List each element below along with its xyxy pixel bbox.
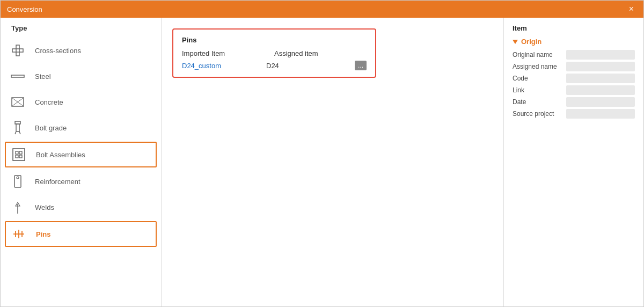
field-value-code xyxy=(566,74,635,83)
pins-table: Imported Item Assigned item D24_custom D… xyxy=(182,49,367,70)
field-label: Original name xyxy=(513,51,566,59)
svg-line-9 xyxy=(19,131,20,134)
right-panel: Item Origin Original name Assigned name … xyxy=(504,18,643,306)
svg-rect-11 xyxy=(16,151,18,154)
table-row: D24_custom D24 ... xyxy=(182,61,367,70)
field-label: Link xyxy=(513,86,566,94)
svg-rect-15 xyxy=(14,176,21,187)
col-assigned-header: Assigned item xyxy=(274,49,367,57)
origin-section: Origin Original name Assigned name Code … xyxy=(513,38,635,119)
svg-rect-0 xyxy=(12,49,23,52)
svg-rect-7 xyxy=(16,124,19,131)
sidebar-item-reinforcement[interactable]: Reinforcement xyxy=(1,169,161,194)
svg-rect-12 xyxy=(19,151,22,154)
sidebar-item-concrete[interactable]: Concrete xyxy=(1,89,161,115)
left-panel: Type Cross-sections Steel xyxy=(1,18,162,306)
sidebar-item-label: Cross-sections xyxy=(35,47,81,55)
svg-line-8 xyxy=(15,131,16,134)
field-link: Link xyxy=(513,85,635,95)
field-label: Source project xyxy=(513,110,566,118)
cross-sections-icon xyxy=(9,42,26,59)
field-date: Date xyxy=(513,97,635,107)
origin-label: Origin xyxy=(521,38,541,46)
sidebar-item-steel[interactable]: Steel xyxy=(1,63,161,89)
svg-rect-10 xyxy=(13,149,25,160)
sidebar-item-label: Reinforcement xyxy=(35,178,80,186)
pins-table-header: Imported Item Assigned item xyxy=(182,49,367,57)
field-assigned-name: Assigned name xyxy=(513,62,635,71)
field-value-assigned-name xyxy=(566,62,635,71)
field-label: Date xyxy=(513,98,566,106)
assigned-value: D24 xyxy=(266,62,350,70)
field-value-original-name xyxy=(566,50,635,60)
field-label: Code xyxy=(513,75,566,82)
field-label: Assigned name xyxy=(513,63,566,70)
reinforcement-icon xyxy=(9,173,26,190)
right-panel-title: Item xyxy=(513,24,635,32)
main-window: Conversion × Type Cross-sections xyxy=(0,0,644,307)
sidebar-item-bolt-grade[interactable]: Bolt grade xyxy=(1,115,161,141)
content-area: Type Cross-sections Steel xyxy=(1,18,643,306)
origin-header: Origin xyxy=(513,38,635,46)
sidebar-item-label: Pins xyxy=(36,230,50,238)
sidebar-item-label: Concrete xyxy=(35,98,63,106)
close-button[interactable]: × xyxy=(626,4,637,14)
sidebar-item-bolt-assemblies[interactable]: Bolt Assemblies xyxy=(5,142,157,167)
left-panel-header: Type xyxy=(1,24,161,38)
field-original-name: Original name xyxy=(513,50,635,60)
bolt-assemblies-icon xyxy=(10,146,27,163)
sidebar-item-label: Bolt grade xyxy=(35,124,67,132)
imported-value: D24_custom xyxy=(182,62,266,70)
collapse-icon[interactable] xyxy=(513,40,518,44)
svg-rect-14 xyxy=(19,155,22,158)
pins-icon xyxy=(10,225,27,243)
steel-icon xyxy=(9,68,26,85)
field-value-link xyxy=(566,85,635,95)
sidebar-item-cross-sections[interactable]: Cross-sections xyxy=(1,38,161,63)
svg-rect-1 xyxy=(16,45,19,56)
dots-button[interactable]: ... xyxy=(355,61,367,70)
field-source-project: Source project xyxy=(513,109,635,119)
sidebar-item-label: Welds xyxy=(35,203,54,211)
sidebar-item-welds[interactable]: Welds xyxy=(1,194,161,220)
window-title: Conversion xyxy=(7,5,42,13)
field-value-date xyxy=(566,97,635,107)
pins-box-title: Pins xyxy=(182,36,367,44)
bolt-grade-icon xyxy=(9,119,26,136)
concrete-icon xyxy=(9,93,26,111)
pins-box: Pins Imported Item Assigned item D24_cus… xyxy=(172,28,376,78)
sidebar-item-label: Steel xyxy=(35,72,51,81)
svg-rect-2 xyxy=(11,75,24,77)
svg-rect-13 xyxy=(16,155,18,158)
svg-point-16 xyxy=(17,177,19,179)
title-bar: Conversion × xyxy=(1,1,643,18)
field-code: Code xyxy=(513,74,635,83)
middle-panel: Pins Imported Item Assigned item D24_cus… xyxy=(162,18,504,306)
sidebar-item-label: Bolt Assemblies xyxy=(36,151,85,159)
col-imported-header: Imported Item xyxy=(182,49,274,57)
welds-icon xyxy=(9,199,26,216)
field-value-source-project xyxy=(566,109,635,119)
sidebar-item-pins[interactable]: Pins xyxy=(5,221,157,247)
